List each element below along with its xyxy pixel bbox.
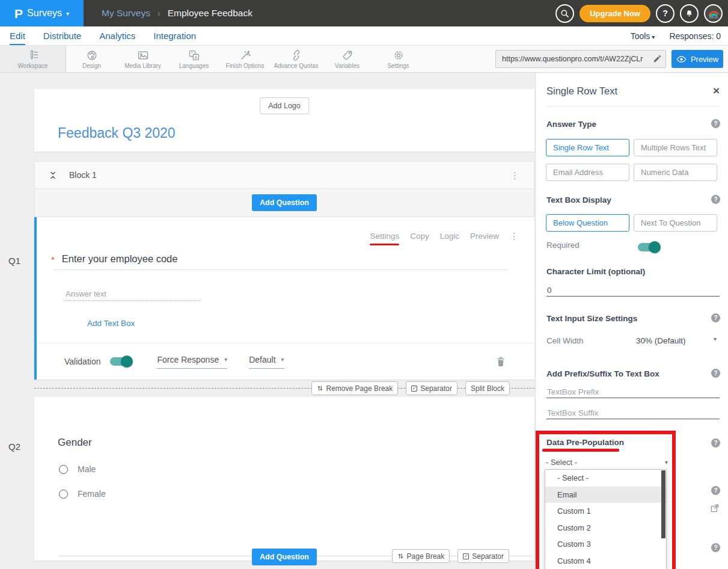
display-below-question[interactable]: Below Question [546, 214, 629, 232]
answer-option-male[interactable]: Male [59, 464, 96, 474]
chevron-down-icon[interactable]: ▾ [714, 336, 717, 342]
tools-menu[interactable]: Tools▾ [631, 31, 655, 41]
chevron-down-icon: ▾ [665, 459, 668, 466]
validation-toggle[interactable] [110, 357, 132, 366]
question-card-q2: Gender Male Female Add Question Page Bre… [34, 397, 534, 561]
survey-url-field [495, 50, 666, 68]
separator-button[interactable]: ✓ Separator [406, 381, 457, 395]
responses-count[interactable]: Responses: 0 [669, 31, 721, 41]
tab-analytics[interactable]: Analytics [99, 26, 135, 45]
external-link-icon[interactable] [710, 503, 720, 515]
question-text-q1[interactable]: Enter your employee code [62, 253, 178, 265]
block-header: Block 1 ⋮ [34, 161, 534, 189]
editor-toolbar: Workspace Design Media Library *A Langua… [0, 46, 728, 73]
force-response-dropdown[interactable]: Force Response▾ [157, 355, 227, 369]
close-icon[interactable]: × [713, 85, 720, 96]
help-icon[interactable]: ? [711, 543, 720, 552]
dropdown-option-custom-2[interactable]: Custom 2 [545, 520, 666, 537]
collapse-block-icon[interactable] [49, 171, 57, 180]
survey-url-input[interactable] [495, 50, 666, 68]
answer-option-female[interactable]: Female [59, 489, 106, 499]
separator-label: Separator [420, 384, 452, 393]
toolbar-item-languages[interactable]: *A Languages [168, 46, 219, 72]
add-question-button[interactable]: Add Question [252, 549, 317, 565]
answer-text-input[interactable] [64, 288, 201, 301]
toolbar-item-label: Languages [179, 63, 209, 69]
help-icon[interactable]: ? [711, 369, 720, 378]
tab-edit[interactable]: Edit [10, 26, 25, 45]
split-block-button[interactable]: Split Block [465, 381, 510, 395]
data-pre-population-select[interactable]: - Select - ▾ [546, 455, 668, 469]
help-icon[interactable]: ? [711, 438, 720, 448]
text-input-size-label: Text Input Size Settings [546, 314, 637, 323]
required-toggle[interactable] [638, 243, 659, 251]
remove-page-break-button[interactable]: Remove Page Break [311, 381, 399, 395]
question-text-q2[interactable]: Gender [58, 437, 92, 449]
toolbar-item-advance-quotas[interactable]: Advance Quotas [271, 46, 322, 72]
block-title[interactable]: Block 1 [69, 170, 97, 180]
character-limit-input[interactable] [546, 284, 720, 297]
edit-url-pencil-icon[interactable] [653, 54, 662, 66]
dropdown-option-custom-4[interactable]: Custom 4 [545, 553, 666, 569]
question-menu-kebab-icon[interactable]: ⋮ [510, 232, 519, 241]
product-switcher[interactable]: P Surveys ▾ [0, 0, 84, 26]
answer-type-numeric-data[interactable]: Numeric Data [634, 164, 717, 181]
help-icon[interactable]: ? [711, 313, 720, 322]
notifications-button[interactable] [680, 4, 699, 23]
page-break-button[interactable]: Page Break [392, 549, 450, 563]
textbox-suffix-input[interactable] [546, 407, 720, 419]
dropdown-option-select[interactable]: - Select - [545, 470, 666, 487]
question-preview-action[interactable]: Preview [470, 232, 499, 241]
help-icon[interactable]: ? [711, 195, 720, 204]
dropdown-option-custom-3[interactable]: Custom 3 [545, 536, 666, 553]
preview-button[interactable]: Preview [671, 50, 723, 68]
answer-type-multiple-rows-text[interactable]: Multiple Rows Text [634, 139, 717, 156]
toolbar-item-label: Advance Quotas [274, 63, 319, 69]
question-copy-action[interactable]: Copy [410, 232, 429, 241]
question-logic-action[interactable]: Logic [440, 232, 459, 241]
display-next-to-question[interactable]: Next To Question [634, 214, 717, 232]
answer-type-single-row-text[interactable]: Single Row Text [546, 139, 629, 156]
upgrade-now-button[interactable]: Upgrade Now [580, 5, 650, 22]
cell-width-value[interactable]: 30% (Default) [636, 336, 686, 345]
dropdown-scrollbar[interactable] [661, 470, 665, 538]
bell-icon [685, 9, 694, 18]
tab-distribute[interactable]: Distribute [43, 26, 81, 45]
add-logo-button[interactable]: Add Logo [260, 97, 309, 114]
breadcrumb-my-surveys[interactable]: My Surveys [102, 8, 150, 19]
separator-button[interactable]: ✓ Separator [457, 549, 509, 563]
breadcrumb: My Surveys › Employee Feedback [102, 8, 252, 19]
radio-button-icon[interactable] [59, 490, 68, 499]
textbox-prefix-input[interactable] [546, 386, 720, 398]
page-break-icon [397, 553, 404, 559]
toolbar-item-label: Finish Options [226, 63, 265, 69]
delete-question-button[interactable] [496, 356, 506, 367]
help-icon[interactable]: ? [711, 119, 720, 128]
toolbar-item-media-library[interactable]: Media Library [117, 46, 168, 72]
tab-integration[interactable]: Integration [153, 26, 196, 45]
radio-button-icon[interactable] [59, 465, 68, 474]
help-button[interactable]: ? [656, 4, 674, 23]
add-text-box-link[interactable]: Add Text Box [87, 319, 135, 328]
dropdown-option-email[interactable]: Email [545, 487, 666, 503]
account-avatar[interactable] [704, 4, 723, 23]
survey-title[interactable]: Feedback Q3 2020 [58, 125, 176, 141]
question-settings-tab[interactable]: Settings [370, 232, 399, 245]
svg-text:A: A [194, 55, 197, 59]
block-menu-kebab-icon[interactable]: ⋮ [510, 171, 519, 180]
section-tabs: Edit Distribute Analytics Integration To… [0, 26, 728, 46]
toolbar-item-finish-options[interactable]: Finish Options [219, 46, 271, 72]
toolbar-item-design[interactable]: Design [66, 46, 117, 72]
toolbar-item-variables[interactable]: Variables [322, 46, 373, 72]
toolbar-item-workspace[interactable]: Workspace [0, 46, 66, 72]
default-validation-dropdown[interactable]: Default▾ [249, 355, 284, 369]
panel-title: Single Row Text [546, 85, 617, 97]
help-icon[interactable]: ? [711, 486, 720, 495]
cell-width-label: Cell Width [546, 336, 584, 345]
toggle-knob [649, 241, 661, 253]
add-question-button[interactable]: Add Question [252, 194, 317, 211]
answer-type-email-address[interactable]: Email Address [546, 164, 629, 181]
dropdown-option-custom-1[interactable]: Custom 1 [545, 503, 666, 520]
toolbar-item-settings[interactable]: Settings [373, 46, 424, 72]
search-button[interactable] [555, 4, 574, 23]
